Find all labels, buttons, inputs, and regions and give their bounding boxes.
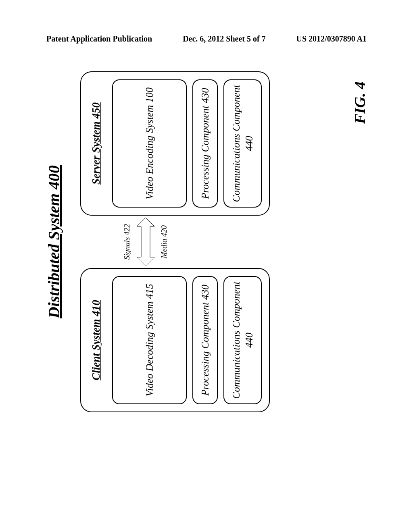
server-video-encoding-label: Video Encoding System 100 [143, 87, 156, 200]
systems-row: Client System 410 Video Decoding System … [80, 60, 270, 423]
header-center: Dec. 6, 2012 Sheet 5 of 7 [183, 34, 266, 44]
client-processing-box: Processing Component 430 [192, 276, 218, 404]
link-column: Signals 422 Media 420 [80, 216, 169, 268]
signals-label: Signals 422 [123, 224, 131, 260]
client-communications-label: Communications Component 440 [230, 281, 255, 399]
header-right: US 2012/0307890 A1 [296, 34, 367, 44]
media-label: Media 420 [160, 225, 169, 258]
figure-caption: FIG. 4 [351, 81, 369, 124]
server-communications-label: Communications Component 440 [230, 84, 255, 203]
server-system-title: Server System 450 [90, 79, 102, 208]
diagram-area: Distributed System 400 Client System 410… [40, 60, 371, 423]
diagram-rotated: Distributed System 400 Client System 410… [40, 60, 371, 423]
server-processing-box: Processing Component 430 [192, 79, 218, 208]
double-arrow-icon [133, 218, 159, 266]
server-system-box: Server System 450 Video Encoding System … [80, 71, 270, 216]
client-system-title: Client System 410 [90, 276, 102, 404]
client-processing-label: Processing Component 430 [199, 285, 211, 395]
client-video-decoding-label: Video Decoding System 415 [143, 284, 156, 396]
diagram-title: Distributed System 400 [44, 60, 63, 423]
server-processing-label: Processing Component 430 [199, 88, 211, 199]
server-video-encoding-box: Video Encoding System 100 [112, 79, 187, 208]
page-header: Patent Application Publication Dec. 6, 2… [0, 34, 413, 44]
client-communications-box: Communications Component 440 [223, 276, 262, 404]
svg-marker-0 [137, 218, 154, 266]
client-system-box: Client System 410 Video Decoding System … [80, 268, 270, 412]
header-left: Patent Application Publication [46, 34, 152, 44]
server-communications-box: Communications Component 440 [223, 79, 262, 208]
client-video-decoding-box: Video Decoding System 415 [112, 276, 187, 404]
